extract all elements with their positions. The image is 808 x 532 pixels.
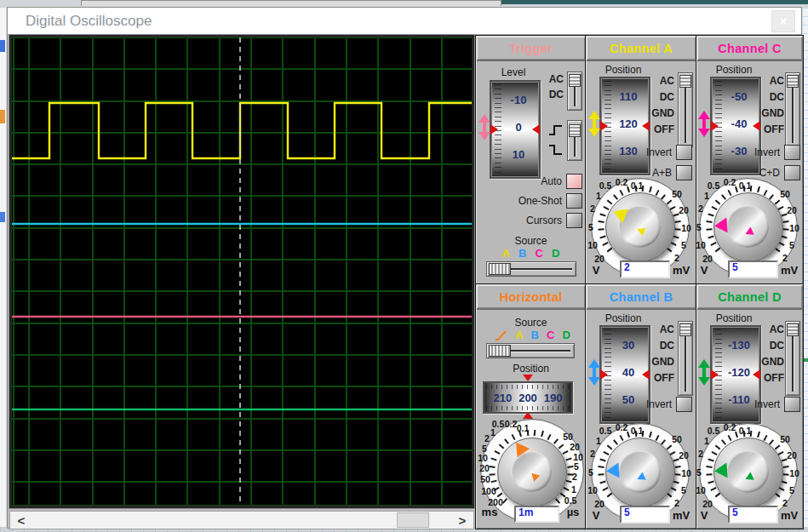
trigger-coupling-slider[interactable] (567, 72, 582, 111)
coupling-slider[interactable] (678, 321, 693, 396)
invert-label: Invert (646, 146, 672, 158)
drum-value: 130 (610, 145, 647, 157)
slider-thumb[interactable] (679, 323, 691, 336)
scale-value-input[interactable]: 5 (728, 506, 778, 523)
knob-scale-label: 0.2 (724, 177, 736, 187)
coupling-label-dc: DC (761, 338, 784, 354)
horizontal-position-drum[interactable]: 210 200 190 (483, 375, 573, 419)
slider-thumb[interactable] (787, 323, 799, 336)
channel-d-scale-knob[interactable]: 0.50.20.1125102050201052VmV5 (696, 424, 803, 526)
knob-pointer-icon (713, 217, 727, 233)
source-channel-b: B (531, 329, 539, 341)
coupling-label-gnd: GND (761, 354, 784, 370)
position-label: Position (707, 312, 761, 324)
ramp-icon (495, 329, 507, 340)
slider-thumb[interactable] (489, 263, 511, 275)
knob-scale-label: 0.2 (616, 177, 628, 187)
cursors-label: Cursors (526, 215, 562, 226)
cursors-button[interactable] (566, 213, 582, 228)
scroll-right-arrow[interactable]: > (453, 512, 472, 529)
coupling-label-ac: AC (761, 322, 784, 338)
scrollbar-thumb[interactable] (397, 512, 429, 528)
slider-thumb[interactable] (569, 124, 581, 137)
knob-cap[interactable] (726, 450, 769, 493)
knob-unit-label: ms (482, 506, 498, 518)
drum-value: 10 (500, 148, 537, 161)
trigger-source-slider[interactable] (486, 261, 576, 277)
position-nudge-arrow-icon[interactable] (698, 111, 710, 137)
scale-value-input[interactable]: 5 (728, 260, 778, 278)
knob-unit-label: V (701, 264, 708, 277)
drum-marker-right-icon (532, 124, 540, 134)
c-plus-d-button[interactable] (784, 165, 800, 180)
panel-header: Channel C (697, 37, 802, 61)
drum-value: 110 (610, 90, 647, 103)
falling-edge-icon (548, 145, 563, 156)
coupling-slider[interactable] (678, 72, 693, 147)
invert-button[interactable] (784, 397, 800, 412)
scale-value-input[interactable]: 5 (620, 506, 670, 523)
source-channel-b: B (519, 247, 526, 260)
coupling-label-off: OFF (651, 122, 674, 138)
knob-scale-label: 2 (572, 472, 577, 482)
knob-scale-label: 20 (679, 450, 689, 460)
scroll-left-arrow[interactable]: < (12, 512, 31, 529)
position-nudge-arrow-icon[interactable] (698, 359, 710, 386)
coupling-slider[interactable] (785, 72, 800, 147)
a-plus-b-label: A+B (652, 167, 672, 179)
timebase-knob[interactable]: 0.50.20.11251020501002005020105210.5msµs… (478, 419, 585, 529)
position-drum[interactable]: -50 -40 -30 (710, 77, 761, 175)
knob-unit-label: mV (781, 509, 798, 522)
horizontal-source-slider[interactable] (486, 343, 575, 358)
channel-c-scale-knob[interactable]: 0.50.20.1125102050201052VmV5 (696, 179, 803, 281)
window-title: Digital Oscilloscope (26, 13, 152, 30)
position-drum[interactable]: 110 120 130 (599, 77, 650, 175)
knob-scale-label: 1 (704, 436, 709, 446)
drum-marker-right-icon (642, 369, 650, 380)
one-shot-button[interactable] (566, 193, 582, 209)
trigger-edge-slider[interactable] (567, 120, 582, 161)
knob-scale-label: 20 (479, 463, 490, 473)
coupling-label-ac: AC (761, 73, 784, 89)
knob-pointer-icon (605, 462, 619, 478)
close-button[interactable]: × (771, 10, 795, 32)
source-channel-d: D (562, 329, 570, 341)
position-nudge-arrow-icon[interactable] (588, 359, 600, 386)
invert-button[interactable] (784, 145, 800, 160)
coupling-slider[interactable] (785, 321, 800, 396)
trigger-level-drum[interactable]: -10 0 10 (490, 80, 541, 179)
trigger-panel: Trigger Level -10 0 10 AC DC (475, 35, 587, 285)
slider-thumb[interactable] (569, 74, 581, 87)
channel-b-scale-knob[interactable]: 0.50.20.1125102050201052VmV5 (587, 424, 695, 526)
coupling-label-ac: AC (651, 73, 674, 89)
panel-title: Trigger (509, 42, 553, 55)
drum-marker-left-icon (711, 369, 719, 380)
title-bar[interactable]: Digital Oscilloscope × (8, 8, 801, 35)
slider-thumb[interactable] (489, 345, 511, 357)
position-drum[interactable]: 30 40 50 (599, 325, 650, 424)
knob-scale-label: 0.2 (724, 422, 736, 432)
horizontal-scrollbar[interactable]: < > (9, 511, 474, 529)
knob-cap[interactable] (618, 450, 661, 493)
level-nudge-arrow-icon[interactable] (478, 114, 490, 140)
knob-scale-label: 2 (782, 253, 788, 263)
scale-value-input[interactable]: 2 (620, 260, 670, 278)
a-plus-b-button[interactable] (676, 165, 692, 180)
knob-scale-label: 2 (674, 498, 679, 508)
channel-a-scale-knob[interactable]: 0.50.20.1125102050201052VmV2 (587, 179, 695, 281)
invert-button[interactable] (676, 397, 692, 412)
slider-thumb[interactable] (679, 75, 691, 88)
knob-cap[interactable] (726, 205, 769, 248)
knob-scale-label: 5 (681, 240, 686, 250)
drum-value: -30 (720, 145, 758, 157)
scale-value-input[interactable]: 1m (514, 506, 559, 523)
slider-thumb[interactable] (787, 75, 799, 88)
knob-scale-label: 2 (782, 498, 788, 508)
invert-button[interactable] (676, 145, 692, 160)
knob-scale-label: 1 (596, 436, 601, 446)
auto-button[interactable] (566, 174, 582, 189)
knob-scale-label: 5 (696, 467, 702, 478)
oscilloscope-window: Digital Oscilloscope × < > Trigger Level… (7, 7, 802, 529)
knob-scale-label: 50 (563, 432, 573, 442)
position-nudge-arrow-icon[interactable] (588, 111, 600, 137)
